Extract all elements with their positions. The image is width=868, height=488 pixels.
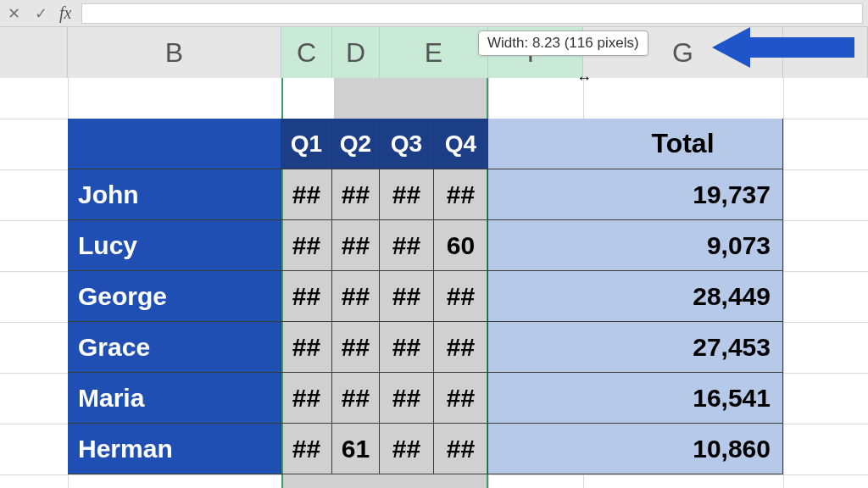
spacer-cell[interactable] — [488, 424, 583, 474]
q4-header[interactable]: Q4 — [434, 119, 488, 169]
q-cell[interactable]: ## — [380, 169, 434, 220]
q-cell[interactable]: ## — [332, 271, 380, 322]
q2-header[interactable]: Q2 — [332, 119, 380, 169]
table-name-header[interactable] — [68, 119, 281, 169]
q-cell[interactable]: ## — [332, 322, 380, 373]
cancel-icon[interactable]: ✕ — [0, 0, 27, 26]
name-cell[interactable]: Lucy — [68, 220, 281, 271]
q-cell[interactable]: 61 — [332, 424, 380, 474]
fx-icon[interactable]: fx — [54, 3, 76, 23]
q1-header[interactable]: Q1 — [281, 119, 332, 169]
total-cell[interactable]: 27,453 — [583, 322, 783, 373]
name-cell[interactable]: George — [68, 271, 281, 322]
total-cell[interactable]: 9,073 — [583, 220, 783, 271]
name-cell[interactable]: John — [68, 169, 281, 220]
spacer-cell[interactable] — [488, 220, 583, 271]
col-header-b[interactable]: B — [68, 27, 281, 78]
q-cell[interactable]: ## — [380, 271, 434, 322]
col-header-e[interactable]: E — [380, 27, 488, 78]
q-cell[interactable]: ## — [434, 424, 488, 474]
total-cell[interactable]: 16,541 — [583, 373, 783, 424]
spacer-cell[interactable] — [488, 322, 583, 373]
name-cell[interactable]: Maria — [68, 373, 281, 424]
cells-area: Q1 Q2 Q3 Q4 Total John ## ## ## ## 19,73… — [0, 78, 868, 488]
total-cell[interactable]: 10,860 — [583, 424, 783, 474]
formula-input[interactable] — [81, 3, 863, 24]
total-cell[interactable]: 19,737 — [583, 169, 783, 220]
col-header-c[interactable]: C — [281, 27, 332, 78]
column-width-tooltip: Width: 8.23 (116 pixels) — [478, 30, 648, 56]
total-cell[interactable]: 28,449 — [583, 271, 783, 322]
q-cell[interactable]: ## — [332, 220, 380, 271]
col-header-d[interactable]: D — [332, 27, 380, 78]
q-cell[interactable]: ## — [380, 373, 434, 424]
spacer-cell[interactable] — [488, 271, 583, 322]
total-header[interactable]: Total — [583, 119, 783, 169]
q-cell[interactable]: ## — [380, 220, 434, 271]
spacer-cell[interactable] — [488, 373, 583, 424]
q-cell[interactable]: ## — [434, 373, 488, 424]
q-cell[interactable]: ## — [332, 373, 380, 424]
q-cell[interactable]: ## — [332, 169, 380, 220]
q-cell[interactable]: ## — [380, 322, 434, 373]
col-header-a-edge[interactable] — [0, 27, 68, 78]
q-cell[interactable]: ## — [281, 271, 332, 322]
name-cell[interactable]: Herman — [68, 424, 281, 474]
q-cell[interactable]: ## — [281, 424, 332, 474]
q-cell[interactable]: ## — [434, 322, 488, 373]
svg-marker-0 — [712, 27, 854, 68]
q-cell[interactable]: ## — [434, 169, 488, 220]
name-cell[interactable]: Grace — [68, 322, 281, 373]
q-cell[interactable]: ## — [281, 322, 332, 373]
q3-header[interactable]: Q3 — [380, 119, 434, 169]
annotation-arrow-icon — [712, 22, 856, 73]
spacer-header[interactable] — [488, 119, 583, 169]
spacer-cell[interactable] — [488, 169, 583, 220]
accept-icon[interactable]: ✓ — [27, 0, 54, 26]
spreadsheet-grid: B C D E F G Q1 Q2 Q3 Q4 — [0, 27, 868, 488]
q-cell[interactable]: ## — [380, 424, 434, 474]
q-cell[interactable]: ## — [281, 220, 332, 271]
active-cell[interactable] — [283, 78, 334, 119]
q-cell[interactable]: 60 — [434, 220, 488, 271]
q-cell[interactable]: ## — [281, 169, 332, 220]
q-cell[interactable]: ## — [281, 373, 332, 424]
q-cell[interactable]: ## — [434, 271, 488, 322]
